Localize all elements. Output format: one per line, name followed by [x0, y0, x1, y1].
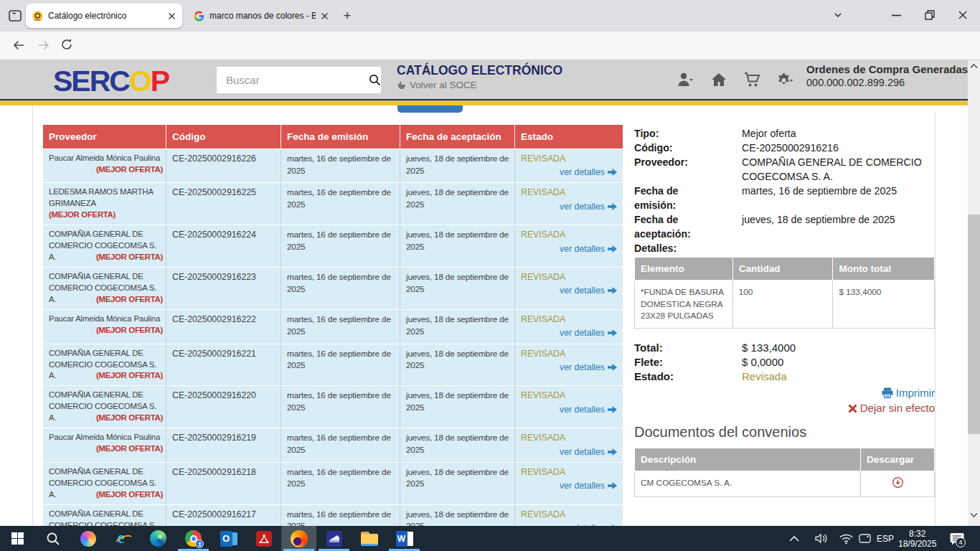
best-offer-tag: (MEJOR OFERTA)	[96, 370, 163, 382]
wifi-icon[interactable]	[839, 526, 853, 551]
file-explorer-icon[interactable]	[352, 526, 387, 551]
close-window-button[interactable]	[958, 10, 968, 20]
view-details-link[interactable]: ver detalles	[521, 166, 617, 179]
field-value: Mejor oferta	[742, 126, 935, 141]
tab-catalogo[interactable]: Catálogo electrónico	[26, 4, 182, 28]
field-value: martes, 16 de septiembre de 2025	[742, 184, 935, 212]
page-title: CATÁLOGO ELECTRÓNICO	[397, 63, 562, 78]
accept-date: jueves, 18 de septiembre de 2025	[400, 225, 515, 267]
detail-field: Fecha de aceptación:jueves, 18 de septie…	[634, 212, 935, 241]
back-icon[interactable]	[12, 39, 25, 52]
issue-date: martes, 16 de septiembre de 2025	[281, 344, 400, 386]
volver-al-soce-link[interactable]: Volver al SOCE	[397, 80, 477, 90]
view-details-link[interactable]: ver detalles	[521, 362, 617, 374]
view-details-link[interactable]: ver detalles	[521, 404, 617, 416]
issue-date: martes, 16 de septiembre de 2025	[281, 310, 400, 343]
copilot-icon[interactable]	[70, 526, 105, 551]
firefox-view-button[interactable]	[6, 8, 24, 24]
void-link[interactable]: Dejar sin efecto	[634, 400, 935, 415]
issue-date: martes, 16 de septiembre de 2025	[281, 268, 400, 309]
column-header: Descargar	[861, 448, 935, 471]
scrollbar-thumb[interactable]	[968, 215, 980, 434]
view-details-link[interactable]: ver detalles	[521, 285, 617, 297]
forward-icon[interactable]	[37, 39, 50, 52]
connect-display-icon[interactable]	[859, 526, 871, 551]
home-icon[interactable]	[711, 72, 727, 88]
total-label: Flete:	[634, 355, 742, 369]
view-details-label: ver detalles	[560, 328, 605, 338]
docs-header-row: DescripciónDescargar	[635, 448, 935, 471]
search-box[interactable]	[217, 67, 381, 93]
order-row: COMPAÑIA GENERAL DE COMERCIO COGECOMSA S…	[43, 463, 623, 504]
best-offer-tag: (MEJOR OFERTA)	[96, 489, 163, 501]
scrollbar-up-icon[interactable]	[970, 63, 978, 69]
column-header: Fecha de emisión	[281, 125, 400, 149]
acrobat-icon[interactable]	[246, 526, 281, 551]
order-row: COMPAÑIA GENERAL DE COMERCIO COGECOMSA S…	[43, 344, 623, 386]
best-offer-tag: (MEJOR OFERTA)	[96, 413, 163, 424]
order-status: REVISADA	[521, 271, 617, 283]
browser-tab-strip: Catálogo electrónico marco manos de colo…	[0, 0, 980, 32]
hand-back-icon	[397, 80, 407, 90]
internet-explorer-icon[interactable]: e	[105, 526, 141, 551]
order-row: Paucar Almeida Mónica Paulina (MEJOR OFE…	[43, 428, 623, 461]
order-code: CE-20250002916220	[166, 386, 281, 428]
tab-google-search[interactable]: marco manos de colores - Busc	[189, 4, 333, 28]
order-code: CE-20250002916222	[166, 310, 281, 343]
tab-close-icon[interactable]	[321, 12, 329, 20]
scanner-app-icon[interactable]	[316, 526, 352, 551]
detail-field: Código:CE-20250002916216	[634, 141, 935, 155]
reload-icon[interactable]	[60, 38, 73, 51]
orders-header-row: ProveedorCódigoFecha de emisiónFecha de …	[43, 125, 623, 149]
field-value	[742, 241, 935, 255]
user-menu-icon[interactable]	[677, 72, 694, 88]
outlook-icon[interactable]: O	[211, 526, 246, 551]
new-tab-button[interactable]: +	[339, 8, 356, 24]
ecuador-favicon	[32, 11, 43, 22]
view-details-link[interactable]: ver detalles	[521, 243, 617, 255]
scrollbar-down-icon[interactable]	[970, 512, 978, 518]
minimize-button[interactable]	[892, 14, 901, 17]
order-status: REVISADA	[521, 509, 617, 521]
accept-date: jueves, 18 de septiembre de 2025	[400, 463, 515, 504]
language-indicator[interactable]: ESP	[877, 526, 894, 551]
restore-button[interactable]	[925, 10, 935, 20]
print-link[interactable]: Imprimir	[634, 385, 935, 400]
view-details-link[interactable]: ver detalles	[521, 480, 617, 492]
view-details-link[interactable]: ver detalles	[521, 327, 617, 339]
doc-download-cell[interactable]	[861, 471, 935, 497]
order-code: CE-20250002916221	[166, 344, 281, 386]
search-input[interactable]	[217, 74, 369, 86]
firefox-icon[interactable]	[281, 526, 316, 551]
orders-table: ProveedorCódigoFecha de emisiónFecha de …	[43, 124, 623, 547]
edge-icon[interactable]	[141, 526, 176, 551]
tray-expand-icon[interactable]	[789, 526, 799, 551]
detail-fields: Tipo:Mejor ofertaCódigo:CE-2025000291621…	[634, 126, 935, 255]
order-row: COMPAÑIA GENERAL DE COMERCIO COGECOMSA S…	[43, 225, 623, 267]
doc-description: CM COGECOMSA S. A.	[635, 471, 861, 497]
tab-list-dropdown-icon[interactable]	[833, 10, 843, 20]
accept-date: jueves, 18 de septiembre de 2025	[400, 428, 515, 461]
cart-icon[interactable]	[744, 72, 760, 88]
view-details-label: ver detalles	[560, 286, 605, 296]
items-tbody: *FUNDA DE BASURA DOMESTICA NEGRA 23X28 P…	[635, 281, 935, 329]
sercop-logo[interactable]: SERCOP	[53, 65, 169, 98]
chrome-icon[interactable]	[176, 526, 211, 551]
clock[interactable]: 8:3218/9/2025	[898, 526, 936, 551]
field-label: Fecha de aceptación:	[634, 212, 742, 241]
word-icon[interactable]: W	[387, 526, 422, 551]
volume-icon[interactable]	[815, 526, 829, 551]
taskbar-search-button[interactable]	[35, 526, 70, 551]
partial-blue-button[interactable]	[397, 105, 463, 113]
start-button[interactable]	[0, 526, 35, 551]
view-details-link[interactable]: ver detalles	[521, 201, 617, 213]
detail-field: Tipo:Mejor oferta	[634, 126, 935, 141]
search-icon[interactable]	[369, 74, 381, 86]
order-code: CE-20250002916223	[166, 268, 281, 309]
settings-gear-icon[interactable]	[776, 72, 795, 88]
order-code: CE-20250002916225	[166, 183, 281, 225]
notification-icon[interactable]: 4	[950, 526, 964, 551]
tab-close-icon[interactable]	[168, 12, 176, 20]
view-details-link[interactable]: ver detalles	[521, 446, 617, 458]
column-header: Código	[166, 125, 281, 149]
